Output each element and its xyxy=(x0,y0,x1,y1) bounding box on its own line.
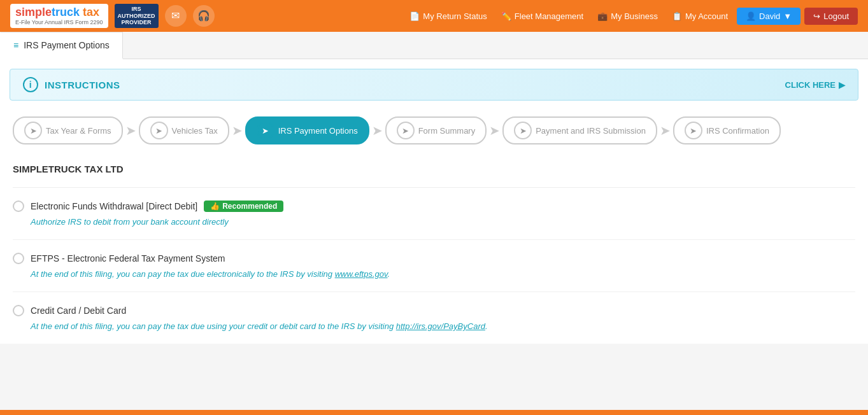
my-account-link[interactable]: 📋 My Account xyxy=(667,9,733,24)
thumbs-up-icon: 👍 xyxy=(210,202,220,211)
my-business-label: My Business xyxy=(611,11,658,21)
mail-icon[interactable]: ✉ xyxy=(165,5,187,27)
fleet-management-label: Fleet Management xyxy=(515,11,583,21)
step-vehicles-tax[interactable]: ➤ Vehicles Tax xyxy=(139,116,229,144)
user-icon: 👤 xyxy=(746,11,756,21)
user-menu-button[interactable]: 👤 David ▼ xyxy=(737,8,800,25)
irs-badge: IRS AUTHORIZED PROVIDER xyxy=(115,4,159,28)
step-arrow-1: ➤ xyxy=(125,123,136,138)
step6-circle: ➤ xyxy=(685,122,702,139)
step6-label: IRS Confirmation xyxy=(706,126,769,136)
eftps-radio[interactable] xyxy=(13,253,24,264)
header-nav: 📄 My Return Status ✏️ Fleet Management 💼… xyxy=(404,8,858,25)
step-payment-irs-submission[interactable]: ➤ Payment and IRS Submission xyxy=(502,116,657,144)
eftps-link[interactable]: www.eftps.gov xyxy=(335,269,388,279)
step2-circle: ➤ xyxy=(150,122,168,139)
logout-label: Logout xyxy=(823,11,849,21)
step4-label: Form Summary xyxy=(418,126,476,136)
eftps-label: EFTPS - Electronic Federal Tax Payment S… xyxy=(31,253,225,264)
logout-icon: ↪ xyxy=(813,11,820,21)
click-here-label: CLICK HERE xyxy=(785,80,836,90)
recommended-badge: 👍 Recommended xyxy=(204,200,283,212)
step3-label: IRS Payment Options xyxy=(278,126,358,136)
paybycard-link[interactable]: http://irs.gov/PayByCard xyxy=(396,321,485,331)
step-irs-payment-options[interactable]: ➤ IRS Payment Options xyxy=(245,116,369,144)
my-business-link[interactable]: 💼 My Business xyxy=(592,9,663,24)
payment-option-eft: Electronic Funds Withdrawal [Direct Debi… xyxy=(13,188,855,240)
eft-description: Authorize IRS to debit from your bank ac… xyxy=(31,217,855,227)
company-name: SIMPLETRUCK TAX LTD xyxy=(0,157,868,187)
step3-circle: ➤ xyxy=(257,122,274,139)
credit-card-label: Credit Card / Debit Card xyxy=(31,306,126,316)
my-return-status-label: My Return Status xyxy=(423,11,487,21)
step-arrow-2: ➤ xyxy=(232,123,243,138)
return-status-icon: 📄 xyxy=(409,11,420,21)
eftps-header: EFTPS - Electronic Federal Tax Payment S… xyxy=(13,253,855,264)
instructions-bar: i INSTRUCTIONS CLICK HERE ▶ xyxy=(10,69,858,101)
account-icon: 📋 xyxy=(672,11,682,21)
header-left: simpletruck tax E-File Your Annual IRS F… xyxy=(10,4,215,28)
step-arrow-3: ➤ xyxy=(372,123,383,138)
credit-card-description: At the end of this filing, you can pay t… xyxy=(31,321,855,331)
eft-label: Electronic Funds Withdrawal [Direct Debi… xyxy=(31,201,197,211)
logo-simple: simple xyxy=(15,6,52,18)
headset-icon[interactable]: 🎧 xyxy=(193,5,215,27)
my-account-label: My Account xyxy=(685,11,728,21)
step5-label: Payment and IRS Submission xyxy=(536,126,646,136)
my-return-status-link[interactable]: 📄 My Return Status xyxy=(404,9,492,24)
instructions-label: INSTRUCTIONS xyxy=(45,80,120,90)
tab-icon: ≡ xyxy=(13,40,18,50)
logout-button[interactable]: ↪ Logout xyxy=(804,8,858,25)
tab-label: IRS Payment Options xyxy=(24,40,110,50)
click-here-button[interactable]: CLICK HERE ▶ xyxy=(785,80,845,90)
logo-tax: tax xyxy=(83,6,99,18)
step2-label: Vehicles Tax xyxy=(172,126,218,136)
step-irs-confirmation[interactable]: ➤ IRS Confirmation xyxy=(673,116,781,144)
tab-bar: ≡ IRS Payment Options xyxy=(0,32,868,59)
header: simpletruck tax E-File Your Annual IRS F… xyxy=(0,0,868,32)
eftps-description: At the end of this filing, you can pay t… xyxy=(31,269,855,279)
step1-label: Tax Year & Forms xyxy=(46,126,111,136)
chevron-right-icon: ▶ xyxy=(839,80,845,90)
user-name-label: David xyxy=(759,11,780,21)
fleet-management-link[interactable]: ✏️ Fleet Management xyxy=(496,9,588,24)
progress-steps: ➤ Tax Year & Forms ➤ ➤ Vehicles Tax ➤ ➤ … xyxy=(0,110,868,157)
logo-truck: truck xyxy=(52,6,80,18)
step-tax-year-forms[interactable]: ➤ Tax Year & Forms xyxy=(13,116,123,144)
step-arrow-5: ➤ xyxy=(660,123,671,138)
main-content: ≡ IRS Payment Options i INSTRUCTIONS CLI… xyxy=(0,32,868,344)
credit-card-header: Credit Card / Debit Card xyxy=(13,305,855,316)
fleet-icon: ✏️ xyxy=(501,11,511,21)
payment-option-credit-card: Credit Card / Debit Card At the end of t… xyxy=(13,292,855,344)
payment-section: Electronic Funds Withdrawal [Direct Debi… xyxy=(0,188,868,344)
chevron-down-icon: ▼ xyxy=(783,11,792,21)
step-form-summary[interactable]: ➤ Form Summary xyxy=(385,116,487,144)
irs-payment-options-tab[interactable]: ≡ IRS Payment Options xyxy=(0,32,123,59)
step-arrow-4: ➤ xyxy=(489,123,500,138)
logo-subtitle: E-File Your Annual IRS Form 2290 xyxy=(15,19,103,25)
credit-card-radio[interactable] xyxy=(13,305,24,316)
business-icon: 💼 xyxy=(597,11,608,21)
payment-option-eftps: EFTPS - Electronic Federal Tax Payment S… xyxy=(13,240,855,292)
info-icon: i xyxy=(23,77,38,92)
step5-circle: ➤ xyxy=(514,122,532,139)
logo: simpletruck tax E-File Your Annual IRS F… xyxy=(10,4,108,28)
instructions-left: i INSTRUCTIONS xyxy=(23,77,120,92)
recommended-label: Recommended xyxy=(222,202,277,211)
eft-radio[interactable] xyxy=(13,200,24,212)
step1-circle: ➤ xyxy=(24,122,42,139)
eft-header: Electronic Funds Withdrawal [Direct Debi… xyxy=(13,200,855,212)
step4-circle: ➤ xyxy=(397,122,415,139)
